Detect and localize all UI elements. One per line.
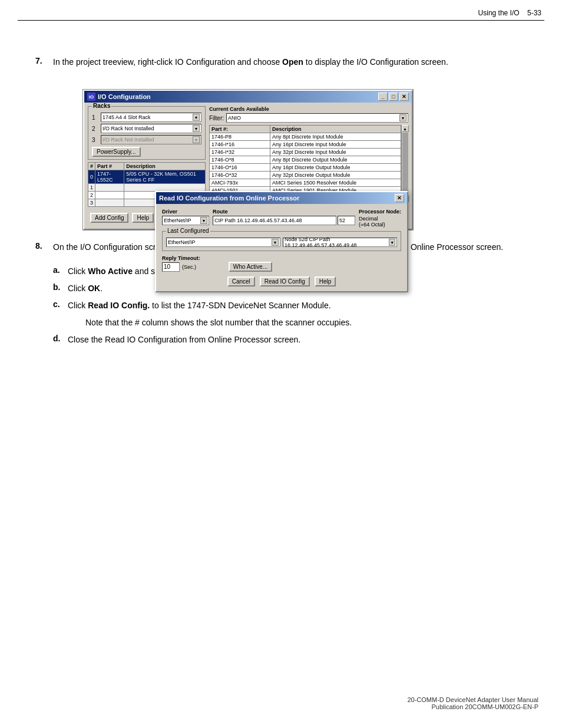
last-conf-arrow[interactable]: ▼ [389, 239, 395, 246]
col-part: Part # [95, 163, 124, 170]
inner-dialog-title: Read IO Configuration from Online Proces… [159, 195, 299, 202]
last-conf-driver-dropdown[interactable]: EtherNet/IP ▼ [166, 238, 280, 247]
cards-col-desc: Description [270, 126, 401, 133]
footer-line2: Publication 20COMM-UM002G-EN-P [407, 703, 538, 710]
last-configured-label: Last Configured [166, 228, 210, 234]
rack-1-arrow[interactable]: ▼ [193, 114, 200, 121]
header-right: Using the I/O 5-33 [478, 9, 541, 17]
minimize-button[interactable]: _ [378, 93, 388, 101]
list-item[interactable]: 1746-O*16Any 16pt Discrete Output Module [210, 164, 401, 172]
add-config-button[interactable]: Add Config [90, 213, 128, 223]
sub-step-c-note: Note that the # column shows the slot nu… [85, 317, 527, 329]
reply-timeout-label: Reply Timeout: [162, 255, 200, 261]
list-item[interactable]: 1746-O*32Any 32pt Discrete Output Module [210, 172, 401, 179]
inner-read-io-button[interactable]: Read IO Config [260, 276, 310, 286]
filter-dropdown[interactable]: ANIO ▼ [226, 113, 408, 123]
io-config-screenshot: IO I/O Configuration _ □ ✕ Racks [82, 89, 414, 230]
titlebar-buttons[interactable]: _ □ ✕ [378, 93, 409, 101]
driver-arrow[interactable]: ▼ [200, 217, 207, 224]
filter-row: Filter: ANIO ▼ [209, 113, 408, 123]
rack-2-arrow[interactable]: ▼ [193, 125, 200, 132]
cards-header: Part #: Description [210, 126, 401, 133]
rack-3-arrow[interactable]: ▼ [193, 136, 200, 143]
sub-step-c: c. Click Read IO Config. to list the 174… [53, 299, 527, 312]
rack-1-dropdown[interactable]: 1745 A4 4 Slot Rack ▼ [101, 113, 201, 122]
reply-timeout-input[interactable]: 10 [162, 262, 180, 272]
close-button[interactable]: ✕ [399, 93, 409, 101]
col-num: # [88, 163, 95, 170]
list-item[interactable]: 1746-O*8Any 8pt Discrete Output Module [210, 156, 401, 164]
list-item[interactable]: 1746-I*16Any 16pt Discrete Input Module [210, 141, 401, 149]
route-input[interactable]: CIP Path 16.12.49.46.45.57.43.46.48 [213, 216, 336, 225]
racks-group: Racks 1 1745 A4 4 Slot Rack ▼ [88, 106, 206, 160]
dialog-title: I/O Configuration [98, 93, 151, 100]
table-header: # Part # Description [88, 163, 206, 170]
inner-dialog-titlebar: Read IO Configuration from Online Proces… [156, 192, 407, 204]
last-conf-driver-arrow[interactable]: ▼ [272, 239, 279, 246]
rack-row-3: 3 I/O Rack Not Installed ▼ [92, 135, 201, 144]
scroll-thumb[interactable] [402, 133, 408, 195]
rack-2-dropdown[interactable]: I/O Rack Not Installed ▼ [101, 124, 201, 133]
step-8-number: 8. [35, 241, 53, 251]
last-conf-value-dropdown[interactable]: Node 52d CIP Path 16.12.49.46.45.57.43.4… [283, 238, 397, 247]
col-desc: Description [124, 163, 206, 170]
racks-label: Racks [92, 103, 111, 109]
who-active-button[interactable]: Who Active... [229, 262, 272, 272]
help-button[interactable]: Help [132, 213, 154, 223]
scroll-up-button[interactable]: ▲ [402, 125, 409, 132]
power-supply-button[interactable]: PowerSupply... [92, 147, 141, 157]
inner-btn-row: Cancel Read IO Config Help [162, 276, 401, 286]
list-item[interactable]: AMCI-793xAMCI Series 1500 Resolver Modul… [210, 179, 401, 187]
step-7-text: In the project treeview, right-click IO … [53, 56, 527, 68]
current-cards-label: Current Cards Available [209, 106, 408, 112]
last-configured-group: Last Configured EtherNet/IP ▼ Node 52d C… [162, 231, 401, 251]
sub-step-d: d. Close the Read IO Configuration from … [53, 334, 527, 346]
processor-node-label: Processor Node: [359, 209, 401, 215]
inner-close-button[interactable]: ✕ [395, 194, 404, 202]
filter-arrow[interactable]: ▼ [399, 114, 406, 121]
cards-col-part: Part #: [210, 126, 270, 133]
maximize-button[interactable]: □ [389, 93, 398, 101]
inner-help-button[interactable]: Help [315, 276, 336, 286]
octal-label: (=64 Octal) [359, 222, 401, 228]
list-item[interactable]: 1746-I*32Any 32pt Discrete Input Module [210, 149, 401, 156]
driver-dropdown[interactable]: EtherNet/IP ▼ [162, 216, 209, 225]
filter-label: Filter: [209, 115, 224, 121]
footer-line1: 20-COMM-D DeviceNet Adapter User Manual [407, 696, 538, 703]
table-row[interactable]: 1 [88, 184, 206, 192]
step-7: 7. In the project treeview, right-click … [35, 56, 527, 68]
cancel-button[interactable]: Cancel [227, 276, 255, 286]
node-input[interactable]: 52 [338, 216, 355, 225]
table-row[interactable]: 0 1747-L552C 5/05 CPU - 32K Mem, OS501 S… [88, 170, 206, 184]
rack-row-1: 1 1745 A4 4 Slot Rack ▼ [92, 113, 201, 122]
io-config-dialog[interactable]: IO I/O Configuration _ □ ✕ Racks [83, 90, 413, 230]
driver-label: Driver [162, 209, 209, 215]
app-icon: IO [87, 93, 95, 101]
rack-3-dropdown[interactable]: I/O Rack Not Installed ▼ [101, 135, 201, 144]
io-config-titlebar: IO I/O Configuration _ □ ✕ [84, 91, 412, 103]
decimal-label: Decimal [359, 216, 401, 222]
list-item[interactable]: 1746-P8Any 8pt Discrete Input Module [210, 133, 401, 141]
rack-row-2: 2 I/O Rack Not Installed ▼ [92, 124, 201, 133]
step-7-number: 7. [35, 56, 53, 65]
inner-read-io-dialog[interactable]: Read IO Configuration from Online Proces… [155, 191, 408, 292]
route-label: Route [213, 209, 355, 215]
reply-unit: (Sec.) [182, 264, 196, 270]
page-footer: 20-COMM-D DeviceNet Adapter User Manual … [407, 696, 538, 710]
